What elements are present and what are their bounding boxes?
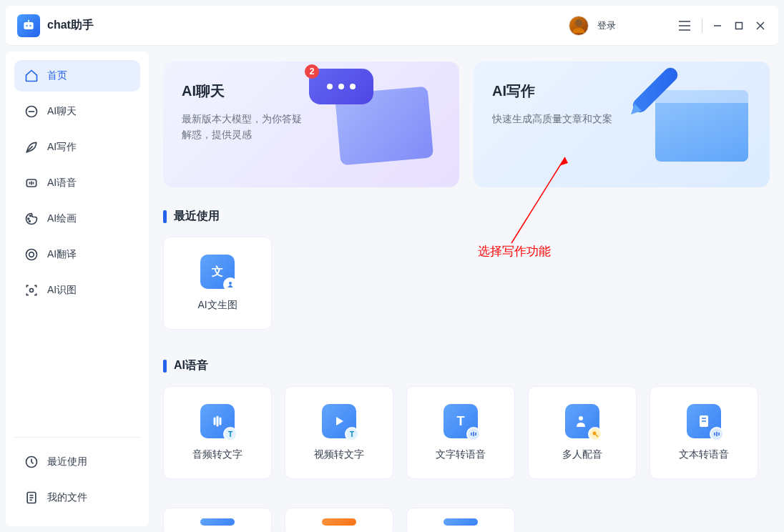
translate-icon <box>24 247 39 262</box>
svg-point-40 <box>593 432 597 435</box>
history-icon <box>24 455 39 469</box>
tile-label: 文字转语音 <box>436 448 486 461</box>
annotation-arrow <box>501 150 572 250</box>
sidebar-footer-label: 我的文件 <box>47 491 87 504</box>
svg-point-39 <box>579 416 583 420</box>
maximize-icon[interactable] <box>732 19 745 32</box>
svg-line-41 <box>596 435 598 437</box>
menu-icon[interactable] <box>676 19 693 32</box>
people-icon <box>565 404 599 438</box>
text-icon: T <box>444 404 478 438</box>
sidebar-item-translate[interactable]: AI翻译 <box>14 239 140 270</box>
svg-point-4 <box>575 19 582 26</box>
tile-label: 文本转语音 <box>679 448 729 461</box>
annotation-text: 选择写作功能 <box>478 243 551 260</box>
tile-label: AI文生图 <box>197 299 237 312</box>
svg-point-1 <box>26 24 28 26</box>
scan-icon <box>24 283 39 297</box>
tile-multi-dubbing[interactable]: 多人配音 <box>528 386 637 479</box>
sidebar-item-label: AI语音 <box>47 177 77 189</box>
section-header-voice: AI语音 <box>163 358 770 373</box>
partial-icon <box>444 518 478 526</box>
tile-partial-1[interactable] <box>163 508 272 532</box>
svg-point-20 <box>30 215 31 217</box>
section-title: AI语音 <box>174 358 208 373</box>
titlebar: chat助手 登录 <box>6 6 778 46</box>
voice-icon <box>24 176 39 190</box>
hero-desc: 快速生成高质量文章和文案 <box>492 111 621 127</box>
sidebar: 首页 AI聊天 AI写作 AI语音 AI绘画 AI翻译 AI识图 <box>6 51 149 526</box>
chat-illustration: 2 <box>309 69 452 183</box>
close-icon[interactable] <box>754 19 767 32</box>
write-illustration <box>619 69 763 183</box>
tile-text-to-image[interactable]: 文 AI文生图 <box>163 237 272 330</box>
hero-desc: 最新版本大模型，为你答疑解惑，提供灵感 <box>182 111 310 143</box>
sidebar-item-label: AI聊天 <box>47 105 77 118</box>
avatar[interactable] <box>569 16 589 36</box>
document-icon <box>687 404 721 438</box>
svg-point-23 <box>29 252 34 257</box>
svg-point-31 <box>229 282 232 285</box>
partial-icon <box>200 518 235 526</box>
text-to-image-icon: 文 <box>200 255 235 289</box>
minimize-icon[interactable] <box>711 19 724 32</box>
sidebar-item-label: AI识图 <box>47 284 77 297</box>
svg-point-22 <box>26 250 37 260</box>
section-bar <box>163 360 167 373</box>
sidebar-item-vision[interactable]: AI识图 <box>14 275 140 306</box>
sidebar-item-voice[interactable]: AI语音 <box>14 167 140 199</box>
palette-icon <box>24 212 39 226</box>
tile-text-to-speech[interactable]: 文本转语音 <box>650 386 758 479</box>
tile-audio-to-text[interactable]: T 音频转文字 <box>163 386 272 479</box>
sidebar-item-label: AI绘画 <box>47 212 77 225</box>
audio-icon: T <box>200 404 235 438</box>
chat-icon <box>24 104 39 119</box>
login-button[interactable]: 登录 <box>597 19 616 32</box>
home-icon <box>24 69 39 83</box>
tile-partial-2[interactable] <box>285 508 393 532</box>
partial-icon <box>322 518 356 526</box>
svg-point-2 <box>29 24 31 26</box>
app-logo-icon <box>17 14 40 37</box>
section-title: 最近使用 <box>174 209 220 224</box>
tile-video-to-text[interactable]: T 视频转文字 <box>285 386 393 479</box>
main-content: AI聊天 最新版本大模型，为你答疑解惑，提供灵感 2 AI写作 快速生成高质量文… <box>149 51 784 532</box>
svg-point-21 <box>29 221 31 222</box>
video-icon: T <box>322 404 356 438</box>
svg-point-24 <box>30 289 34 292</box>
sidebar-item-paint[interactable]: AI绘画 <box>14 203 140 235</box>
sidebar-footer-label: 最近使用 <box>47 455 87 468</box>
sidebar-item-label: 首页 <box>47 69 67 82</box>
tile-label: 多人配音 <box>562 448 602 461</box>
sidebar-item-label: AI写作 <box>47 141 77 154</box>
svg-line-48 <box>511 157 565 243</box>
sidebar-item-label: AI翻译 <box>47 248 77 261</box>
sidebar-item-home[interactable]: 首页 <box>14 60 140 92</box>
tile-label: 视频转文字 <box>314 448 364 461</box>
file-icon <box>24 491 39 505</box>
tile-text-to-voice[interactable]: T 文字转语音 <box>406 386 515 479</box>
svg-rect-9 <box>736 22 743 29</box>
svg-text:T: T <box>457 414 465 428</box>
feather-icon <box>24 140 39 154</box>
sidebar-item-chat[interactable]: AI聊天 <box>14 96 140 127</box>
tile-partial-3[interactable] <box>406 508 515 532</box>
tile-label: 音频转文字 <box>192 448 242 461</box>
svg-point-19 <box>28 218 29 220</box>
app-title: chat助手 <box>47 18 94 33</box>
svg-rect-3 <box>28 19 29 21</box>
hero-card-chat[interactable]: AI聊天 最新版本大模型，为你答疑解惑，提供灵感 2 <box>163 61 459 187</box>
section-bar <box>163 210 167 223</box>
svg-text:文: 文 <box>211 265 223 277</box>
sidebar-footer-files[interactable]: 我的文件 <box>14 482 140 513</box>
divider <box>702 19 702 33</box>
notification-badge: 2 <box>305 64 319 79</box>
section-header-recent: 最近使用 <box>163 209 770 224</box>
svg-rect-0 <box>24 22 33 29</box>
sidebar-item-write[interactable]: AI写作 <box>14 132 140 163</box>
sidebar-footer-recent[interactable]: 最近使用 <box>14 446 140 478</box>
